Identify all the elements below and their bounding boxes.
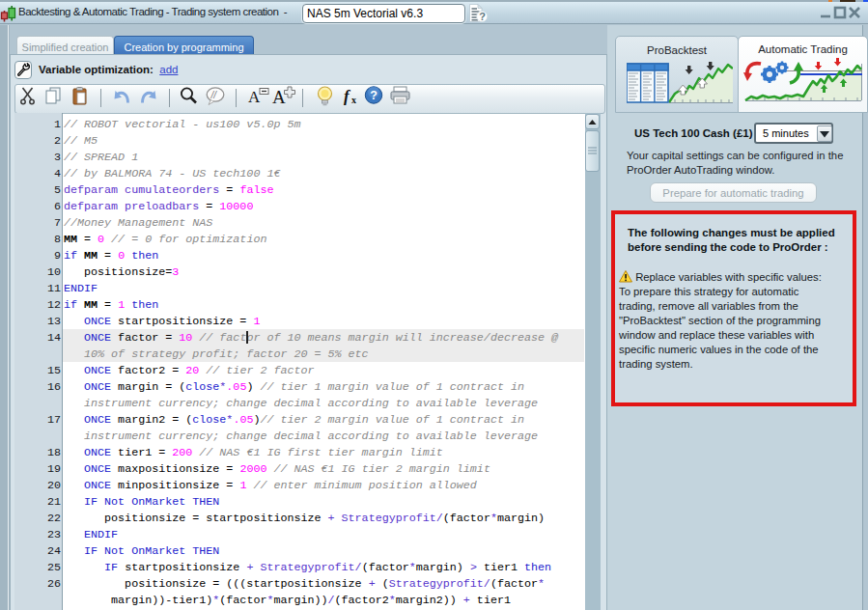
svg-text:A: A (248, 88, 261, 106)
svg-text:?: ? (370, 89, 378, 102)
svg-text:x: x (351, 95, 356, 105)
svg-text:A: A (272, 87, 286, 107)
svg-text:?: ? (479, 11, 486, 22)
svg-text:f: f (344, 87, 351, 105)
